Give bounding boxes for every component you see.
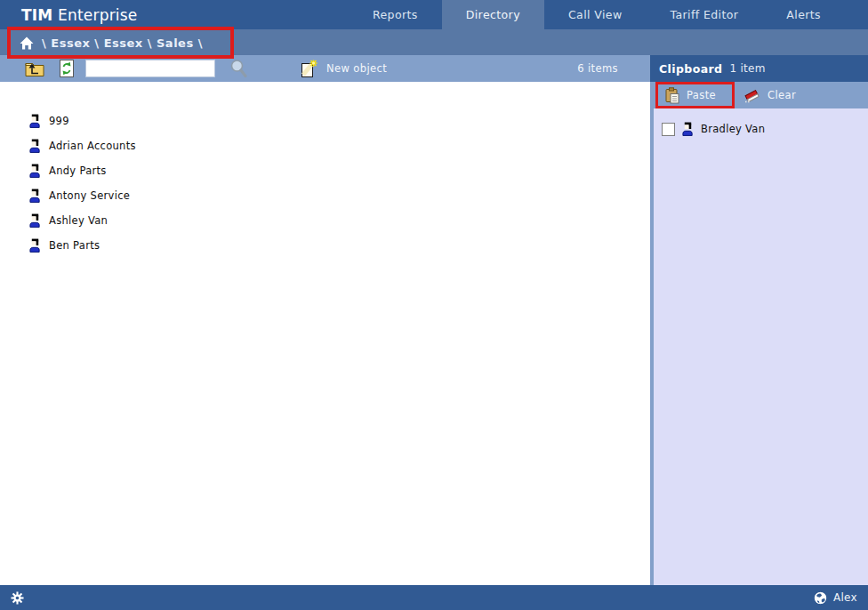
list-item[interactable]: Adrian Accounts (0, 133, 650, 158)
clear-button-label: Clear (768, 89, 796, 101)
new-object-button[interactable]: New object (300, 60, 387, 78)
top-nav-bar: TIM Enterprise Reports Directory Call Vi… (0, 0, 868, 29)
person-icon (29, 139, 41, 153)
list-item-label: Ben Parts (49, 239, 100, 252)
breadcrumb[interactable]: \ Essex \ Essex \ Sales \ (42, 36, 203, 50)
logo-regular: Enterprise (58, 6, 137, 24)
nav-tabs: Reports Directory Call View Tariff Edito… (349, 0, 868, 29)
clipboard-count: 1 item (729, 62, 765, 75)
clipboard-list: Bradley Van (650, 108, 868, 585)
search-input[interactable] (85, 60, 215, 77)
paste-button[interactable]: Paste (687, 89, 716, 101)
list-item[interactable]: Andy Parts (0, 158, 650, 183)
gear-icon[interactable] (11, 591, 24, 605)
tab-tariff-editor[interactable]: Tariff Editor (647, 0, 763, 29)
home-icon[interactable] (20, 36, 34, 50)
list-item-label: 999 (49, 115, 69, 127)
directory-list: 999 Adrian Accounts Andy Parts Antony Se… (0, 82, 650, 585)
tim-enterprise-window: TIM Enterprise Reports Directory Call Vi… (0, 0, 868, 610)
status-bar: Alex (0, 585, 868, 610)
tab-reports[interactable]: Reports (349, 0, 442, 29)
annotation-paste-highlight: Paste (655, 82, 735, 108)
new-object-label: New object (326, 62, 387, 75)
tab-call-view[interactable]: Call View (544, 0, 647, 29)
clipboard-item-label: Bradley Van (701, 123, 765, 135)
globe-icon (814, 591, 827, 605)
main-area: New object 6 items 999 Adrian Accounts A… (0, 55, 868, 585)
clear-button[interactable]: Clear (738, 82, 796, 108)
app-logo: TIM Enterprise (0, 6, 138, 24)
list-item[interactable]: 999 (0, 108, 650, 133)
clipboard-toolbar: Paste Clear (650, 82, 868, 108)
person-icon (29, 189, 41, 203)
list-item-label: Andy Parts (49, 165, 107, 177)
tab-alerts[interactable]: Alerts (762, 0, 845, 29)
list-item[interactable]: Ben Parts (0, 233, 650, 258)
person-icon (682, 122, 694, 136)
tab-directory[interactable]: Directory (442, 0, 544, 29)
person-icon (29, 164, 41, 178)
person-icon (29, 114, 41, 128)
new-object-icon (300, 60, 318, 78)
list-item[interactable]: Ashley Van (0, 208, 650, 233)
logo-bold: TIM (21, 6, 52, 24)
list-item-label: Ashley Van (49, 214, 108, 227)
refresh-icon[interactable] (58, 59, 76, 78)
clipboard-item-checkbox[interactable] (662, 123, 675, 136)
eraser-icon (743, 88, 760, 103)
person-icon (29, 238, 41, 253)
clipboard-panel: Clipboard 1 item Paste (650, 55, 868, 585)
user-name: Alex (833, 591, 857, 604)
directory-toolbar: New object 6 items (0, 55, 650, 82)
list-item-label: Antony Service (49, 189, 130, 202)
folder-up-icon[interactable] (25, 60, 44, 77)
user-menu[interactable]: Alex (814, 591, 857, 605)
paste-clipboard-icon[interactable] (665, 87, 679, 104)
items-count: 6 items (577, 62, 618, 75)
clipboard-header: Clipboard 1 item (650, 55, 868, 82)
list-item-label: Adrian Accounts (49, 140, 136, 152)
search-icon[interactable] (229, 59, 247, 78)
clipboard-item[interactable]: Bradley Van (662, 119, 868, 139)
breadcrumb-bar: \ Essex \ Essex \ Sales \ (0, 29, 868, 55)
clipboard-title: Clipboard (659, 62, 722, 76)
list-item[interactable]: Antony Service (0, 183, 650, 208)
annotation-breadcrumb-highlight: \ Essex \ Essex \ Sales \ (7, 27, 234, 59)
person-icon (29, 213, 41, 228)
directory-panel: New object 6 items 999 Adrian Accounts A… (0, 55, 650, 585)
